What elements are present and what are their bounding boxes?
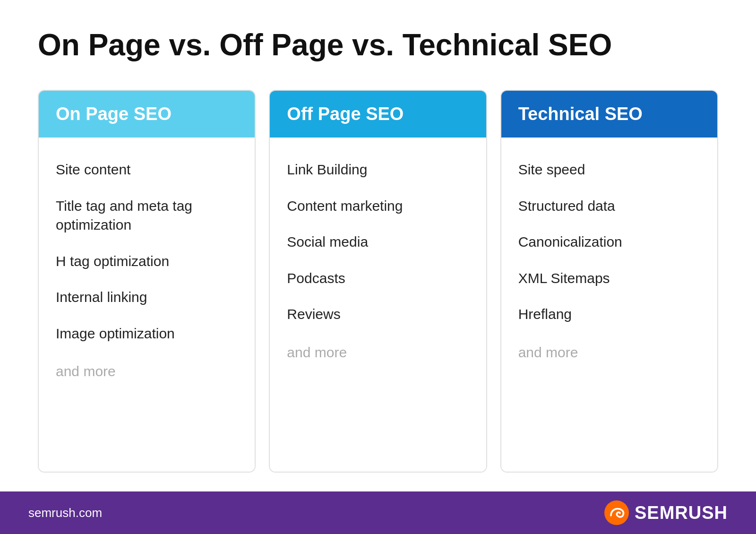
footer-url: semrush.com bbox=[28, 506, 102, 520]
on-page-header: On Page SEO bbox=[39, 91, 255, 138]
on-page-item-3: H tag optimization bbox=[56, 243, 238, 280]
off-page-item-2: Content marketing bbox=[287, 188, 469, 224]
off-page-item-3: Social media bbox=[287, 224, 469, 260]
footer: semrush.com SEMRUSH bbox=[0, 491, 756, 534]
on-page-item-5: Image optimization bbox=[56, 316, 238, 352]
off-page-body: Link Building Content marketing Social m… bbox=[270, 138, 486, 472]
technical-and-more: and more bbox=[518, 335, 700, 371]
technical-item-3: Canonicalization bbox=[518, 224, 700, 260]
technical-item-2: Structured data bbox=[518, 188, 700, 224]
semrush-icon bbox=[604, 500, 629, 525]
off-page-header: Off Page SEO bbox=[270, 91, 486, 138]
on-page-body: Site content Title tag and meta tag opti… bbox=[39, 138, 255, 472]
on-page-column: On Page SEO Site content Title tag and m… bbox=[38, 90, 256, 473]
off-page-and-more: and more bbox=[287, 335, 469, 371]
main-content: On Page vs. Off Page vs. Technical SEO O… bbox=[0, 0, 756, 491]
semrush-logo: SEMRUSH bbox=[604, 500, 728, 525]
technical-item-5: Hreflang bbox=[518, 296, 700, 333]
technical-item-1: Site speed bbox=[518, 152, 700, 188]
off-page-item-1: Link Building bbox=[287, 152, 469, 188]
technical-item-4: XML Sitemaps bbox=[518, 260, 700, 297]
page-title: On Page vs. Off Page vs. Technical SEO bbox=[38, 28, 718, 61]
on-page-and-more: and more bbox=[56, 353, 238, 390]
on-page-item-2: Title tag and meta tag optimization bbox=[56, 188, 238, 243]
off-page-column: Off Page SEO Link Building Content marke… bbox=[269, 90, 487, 473]
off-page-item-5: Reviews bbox=[287, 296, 469, 333]
semrush-brand-text: SEMRUSH bbox=[635, 503, 728, 523]
on-page-item-1: Site content bbox=[56, 152, 238, 188]
technical-header: Technical SEO bbox=[501, 91, 717, 138]
columns-wrapper: On Page SEO Site content Title tag and m… bbox=[38, 90, 718, 473]
off-page-item-4: Podcasts bbox=[287, 260, 469, 297]
technical-body: Site speed Structured data Canonicalizat… bbox=[501, 138, 717, 472]
on-page-item-4: Internal linking bbox=[56, 279, 238, 316]
technical-column: Technical SEO Site speed Structured data… bbox=[500, 90, 718, 473]
